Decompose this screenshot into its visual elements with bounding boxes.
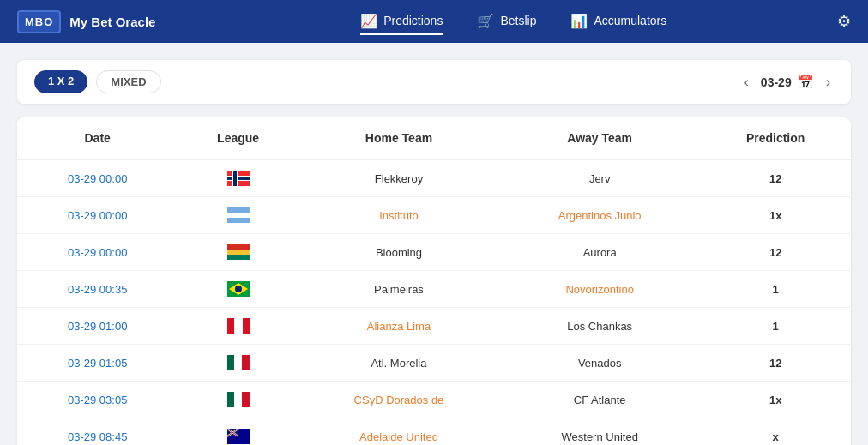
date-display: 03-29 📅: [761, 74, 814, 90]
nav-betslip[interactable]: 🛒 Betslip: [477, 9, 536, 35]
table-row: 03-29 03:05 CSyD Dorados de CF Atlante 1…: [17, 382, 851, 418]
logo-title: My Bet Oracle: [69, 15, 155, 29]
cell-prediction: 1: [700, 308, 851, 345]
cell-date: 03-29 00:00: [17, 197, 178, 234]
cell-away: Argentinos Junio: [499, 197, 700, 234]
logo-area: MBO My Bet Oracle: [17, 10, 155, 33]
cell-home: Instituto: [298, 197, 499, 234]
cell-date: 03-29 00:00: [17, 159, 178, 197]
cell-home: Atl. Morelia: [298, 345, 499, 382]
header: MBO My Bet Oracle 📈 Predictions 🛒 Betsli…: [0, 0, 868, 43]
cell-away: Los Chankas: [499, 308, 700, 345]
svg-rect-14: [234, 318, 243, 334]
cell-home: Adelaide United: [298, 418, 499, 446]
cell-league: [178, 382, 298, 418]
cell-league: [178, 159, 298, 197]
svg-point-12: [235, 286, 242, 292]
accumulators-icon: 📊: [570, 13, 588, 29]
cell-date: 03-29 03:05: [17, 382, 178, 418]
betslip-icon: 🛒: [477, 13, 494, 29]
svg-rect-8: [227, 250, 250, 255]
logo-abbr: MBO: [17, 10, 61, 33]
date-nav: ‹ 03-29 📅 ›: [741, 71, 834, 93]
cell-away: Western United: [499, 418, 700, 446]
calendar-icon[interactable]: 📅: [797, 74, 814, 90]
table-row: 03-29 00:00 Instituto Argentinos Junio 1…: [17, 197, 851, 234]
col-header-home: Home Team: [298, 117, 499, 159]
cell-league: [178, 418, 298, 446]
cell-prediction: 12: [700, 345, 851, 382]
cell-away: Jerv: [499, 159, 700, 197]
nav-betslip-label: Betslip: [500, 14, 536, 27]
svg-rect-20: [242, 392, 250, 407]
svg-rect-17: [242, 355, 250, 370]
table-row: 03-29 00:35 Palmeiras Novorizontino 1: [17, 271, 851, 308]
svg-rect-4: [233, 171, 237, 186]
cell-home: CSyD Dorados de: [298, 382, 499, 418]
settings-icon[interactable]: ⚙: [837, 13, 851, 30]
predictions-table-container: Date League Home Team Away Team Predicti…: [17, 117, 851, 445]
cell-date: 03-29 00:00: [17, 234, 178, 271]
next-date-button[interactable]: ›: [823, 71, 834, 93]
nav-predictions-label: Predictions: [383, 14, 443, 27]
cell-prediction: 12: [700, 234, 851, 271]
cell-prediction: 1x: [700, 382, 851, 418]
filter-tabs: 1 X 2 MIXED: [34, 70, 741, 93]
cell-league: [178, 345, 298, 382]
table-body: 03-29 00:00 Flekkeroy Jerv 12 03-29 00:0…: [17, 159, 851, 445]
cell-prediction: x: [700, 418, 851, 446]
svg-rect-16: [234, 355, 243, 370]
current-date: 03-29: [761, 75, 792, 89]
svg-rect-7: [227, 244, 250, 250]
svg-rect-9: [227, 255, 250, 260]
cell-prediction: 1: [700, 271, 851, 308]
cell-home: Alianza Lima: [298, 308, 499, 345]
prev-date-button[interactable]: ‹: [741, 71, 752, 93]
col-header-date: Date: [17, 117, 178, 159]
tab-1x2[interactable]: 1 X 2: [34, 70, 87, 93]
cell-league: [178, 234, 298, 271]
col-header-league: League: [178, 117, 298, 159]
nav-accumulators[interactable]: 📊 Accumulators: [570, 9, 666, 35]
svg-rect-2: [227, 177, 250, 180]
cell-away: Venados: [499, 345, 700, 382]
col-header-away: Away Team: [499, 117, 700, 159]
cell-league: [178, 197, 298, 234]
cell-date: 03-29 08:45: [17, 418, 178, 446]
cell-date: 03-29 01:05: [17, 345, 178, 382]
table-row: 03-29 01:05 Atl. Morelia Venados 12: [17, 345, 851, 382]
cell-away: Aurora: [499, 234, 700, 271]
main-nav: 📈 Predictions 🛒 Betslip 📊 Accumulators: [190, 9, 837, 35]
table-row: 03-29 08:45 Adelaide United Western Unit…: [17, 418, 851, 446]
cell-date: 03-29 01:00: [17, 308, 178, 345]
table-row: 03-29 00:00 Flekkeroy Jerv 12: [17, 159, 851, 197]
filter-bar: 1 X 2 MIXED ‹ 03-29 📅 ›: [17, 60, 851, 104]
table-row: 03-29 01:00 Alianza Lima Los Chankas 1: [17, 308, 851, 345]
cell-home: Palmeiras: [298, 271, 499, 308]
nav-accumulators-label: Accumulators: [594, 14, 666, 27]
cell-league: [178, 308, 298, 345]
cell-prediction: 1x: [700, 197, 851, 234]
predictions-table: Date League Home Team Away Team Predicti…: [17, 117, 851, 445]
cell-away: CF Atlante: [499, 382, 700, 418]
svg-rect-6: [227, 213, 250, 218]
cell-league: [178, 271, 298, 308]
cell-away: Novorizontino: [499, 271, 700, 308]
col-header-prediction: Prediction: [700, 117, 851, 159]
header-right: ⚙: [837, 12, 851, 31]
svg-rect-19: [234, 392, 243, 407]
cell-home: Flekkeroy: [298, 159, 499, 197]
predictions-icon: 📈: [360, 13, 377, 29]
cell-date: 03-29 00:35: [17, 271, 178, 308]
table-header: Date League Home Team Away Team Predicti…: [17, 117, 851, 159]
cell-prediction: 12: [700, 159, 851, 197]
nav-predictions[interactable]: 📈 Predictions: [360, 9, 443, 35]
tab-mixed[interactable]: MIXED: [96, 70, 160, 93]
table-row: 03-29 00:00 Blooming Aurora 12: [17, 234, 851, 271]
main-content: 1 X 2 MIXED ‹ 03-29 📅 › Date League Home…: [0, 43, 868, 445]
cell-home: Blooming: [298, 234, 499, 271]
